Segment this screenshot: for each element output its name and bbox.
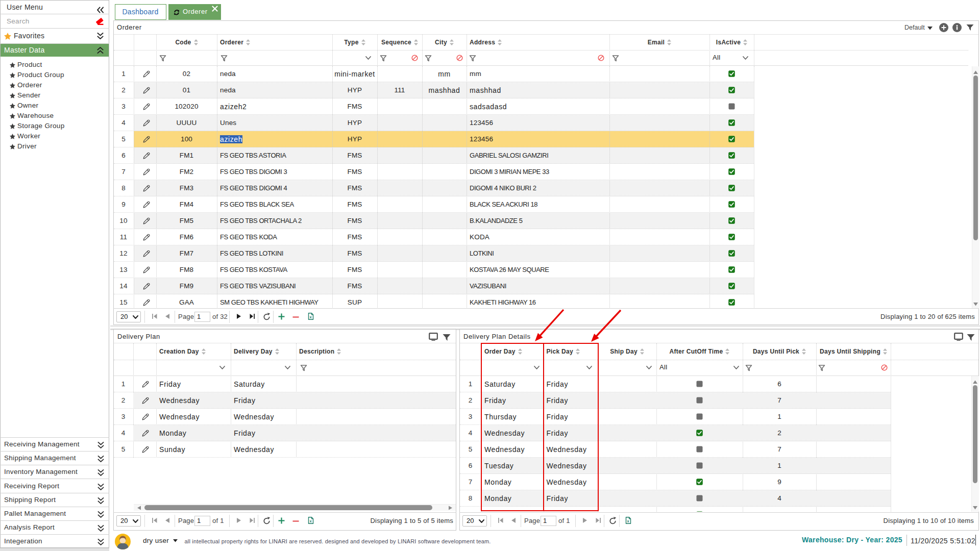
svg-text:x: x: [310, 315, 312, 319]
svg-text:x: x: [627, 519, 630, 523]
